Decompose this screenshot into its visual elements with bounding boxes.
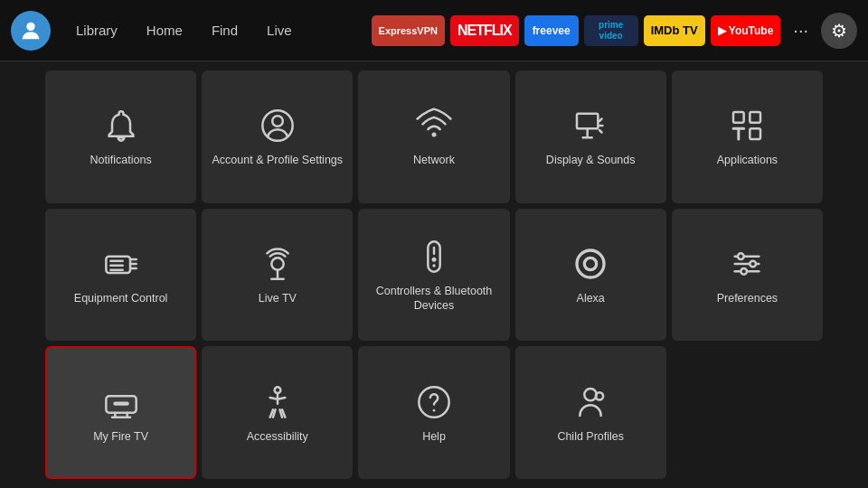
app-prime[interactable]: primevideo xyxy=(584,15,638,46)
applications-label: Applications xyxy=(717,153,778,167)
svg-rect-5 xyxy=(733,112,744,123)
nav-home[interactable]: Home xyxy=(134,17,195,43)
alexa-icon xyxy=(571,244,610,284)
account-profile-label: Account & Profile Settings xyxy=(212,153,344,167)
live-tv-label: Live TV xyxy=(259,291,297,305)
avatar[interactable] xyxy=(11,11,51,51)
svg-point-22 xyxy=(577,250,604,277)
equipment-control-label: Equipment Control xyxy=(74,291,168,305)
nav-library[interactable]: Library xyxy=(63,17,130,43)
svg-point-23 xyxy=(585,258,597,269)
svg-point-37 xyxy=(433,408,436,411)
svg-point-39 xyxy=(596,392,603,399)
grid-item-child-profiles[interactable]: Child Profiles xyxy=(515,346,666,479)
nav-links: Library Home Find Live xyxy=(63,17,305,43)
app-icons: ExpressVPN NETFLIX freevee primevideo IM… xyxy=(372,13,857,49)
network-label: Network xyxy=(413,153,455,167)
apps-icon xyxy=(727,106,767,145)
svg-rect-6 xyxy=(750,112,761,123)
grid-item-alexa[interactable]: Alexa xyxy=(515,209,666,342)
preferences-label: Preferences xyxy=(717,291,778,305)
svg-point-28 xyxy=(750,261,757,267)
accessibility-label: Accessibility xyxy=(247,429,308,444)
grid-item-live-tv[interactable]: Live TV xyxy=(202,209,353,342)
svg-point-35 xyxy=(274,387,280,393)
grid-item-help[interactable]: Help xyxy=(358,346,509,479)
sliders-icon xyxy=(727,244,767,284)
grid-item-display-sounds[interactable]: Display & Sounds xyxy=(515,70,666,203)
svg-point-2 xyxy=(272,116,283,127)
my-fire-tv-label: My Fire TV xyxy=(93,429,148,444)
nav-live[interactable]: Live xyxy=(254,17,305,43)
grid-item-my-fire-tv[interactable]: My Fire TV xyxy=(45,346,196,479)
grid-item-equipment-control[interactable]: Equipment Control xyxy=(45,209,196,342)
svg-point-21 xyxy=(432,264,435,267)
remote-icon xyxy=(414,237,454,277)
grid-item-empty xyxy=(672,346,823,479)
wifi-icon xyxy=(414,106,454,145)
svg-rect-7 xyxy=(750,129,761,140)
child-profiles-label: Child Profiles xyxy=(557,429,624,444)
grid-item-account-profile[interactable]: Account & Profile Settings xyxy=(202,70,353,203)
user-circle-icon xyxy=(258,106,297,145)
svg-point-20 xyxy=(431,258,436,262)
display-sounds-label: Display & Sounds xyxy=(546,153,636,167)
top-nav: Library Home Find Live ExpressVPN NETFLI… xyxy=(0,0,868,61)
fire-tv-icon xyxy=(101,382,141,422)
settings-grid: Notifications Account & Profile Settings… xyxy=(0,61,868,488)
help-icon xyxy=(414,382,454,422)
grid-item-preferences[interactable]: Preferences xyxy=(672,209,823,342)
svg-point-29 xyxy=(741,268,748,275)
grid-item-notifications[interactable]: Notifications xyxy=(45,70,196,203)
grid-item-applications[interactable]: Applications xyxy=(672,70,823,203)
app-imdb[interactable]: IMDb TV xyxy=(644,15,705,46)
settings-button[interactable]: ⚙ xyxy=(821,13,857,49)
nav-find[interactable]: Find xyxy=(199,17,250,43)
alexa-label: Alexa xyxy=(577,291,605,305)
app-freevee[interactable]: freevee xyxy=(524,15,579,46)
grid-item-controllers-bluetooth[interactable]: Controllers & Bluetooth Devices xyxy=(358,209,509,342)
tv-remote-icon xyxy=(101,244,141,284)
display-sound-icon xyxy=(571,106,610,145)
svg-point-0 xyxy=(26,22,34,30)
grid-item-accessibility[interactable]: Accessibility xyxy=(202,346,353,479)
child-icon xyxy=(571,382,610,422)
svg-rect-4 xyxy=(577,114,598,129)
accessibility-icon xyxy=(258,382,297,422)
more-button[interactable]: ··· xyxy=(786,16,816,44)
controllers-bluetooth-label: Controllers & Bluetooth Devices xyxy=(367,284,500,314)
svg-point-3 xyxy=(431,133,436,137)
grid-item-network[interactable]: Network xyxy=(358,70,509,203)
bell-icon xyxy=(101,106,141,145)
app-netflix[interactable]: NETFLIX xyxy=(450,15,519,46)
help-label: Help xyxy=(422,429,446,444)
svg-point-27 xyxy=(738,253,744,259)
app-youtube[interactable]: ▶ YouTube xyxy=(711,15,781,46)
svg-point-38 xyxy=(585,389,597,400)
svg-point-15 xyxy=(271,258,283,269)
antenna-icon xyxy=(258,244,297,284)
notifications-label: Notifications xyxy=(90,153,152,167)
app-expressvpn[interactable]: ExpressVPN xyxy=(372,15,445,46)
